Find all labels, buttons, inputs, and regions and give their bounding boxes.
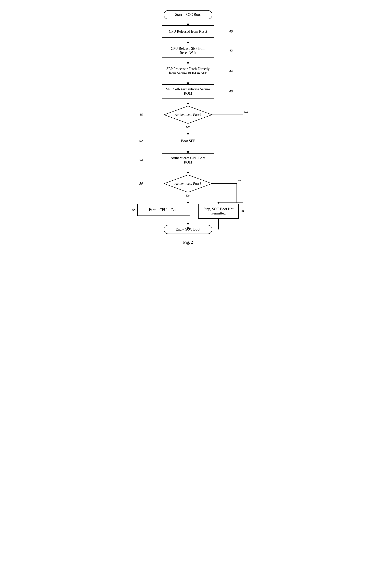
cpu-release-sep-label: CPU Release SEP from Reset, Wait	[166, 46, 210, 55]
arrow-6	[188, 130, 188, 135]
start-label: Start – SOC Boot	[175, 13, 201, 17]
arrow-4	[188, 78, 188, 84]
ref-56: 56	[139, 182, 143, 186]
start-soc-boot-node: Start – SOC Boot	[164, 10, 212, 19]
cpu-released-label: CPU Released from Reset	[169, 30, 207, 34]
auth-cpu-boot-rom-node: Authenticate CPU Boot ROM	[162, 153, 214, 167]
arrow-1	[188, 19, 188, 25]
arrow-5	[188, 98, 188, 105]
yes-branch-1: Yes	[186, 125, 190, 135]
yes-label-1: Yes	[186, 125, 190, 129]
boot-sep-node: Boot SEP	[162, 135, 214, 147]
arrow-2	[188, 38, 188, 44]
ref-44: 44	[229, 69, 233, 73]
flow-column: Start – SOC Boot CPU Released from Reset…	[133, 10, 243, 234]
diagram-container: Start – SOC Boot CPU Released from Reset…	[129, 4, 247, 257]
ref-52: 52	[139, 139, 143, 143]
ref-58: 58	[132, 208, 136, 212]
auth-pass-1-label: Authenticate Pass?	[175, 113, 201, 117]
ref-48: 48	[139, 113, 143, 117]
end-label: End – SOC Boot	[176, 227, 200, 231]
ref-54: 54	[139, 158, 143, 162]
permit-cpu-node: Permit CPU to Boot	[137, 204, 190, 216]
cpu-release-sep-node: CPU Release SEP from Reset, Wait	[162, 44, 214, 58]
ref-42: 42	[229, 49, 233, 53]
auth-pass-1-diamond: Authenticate Pass?	[162, 105, 214, 125]
arrow-9	[188, 199, 188, 204]
auth-pass-2-diamond: Authenticate Pass?	[162, 173, 214, 194]
arrow-3	[188, 58, 188, 64]
yes-label-2: Yes	[186, 194, 190, 198]
sep-fetch-node: SEP Processor Fetch Directly from Secure…	[162, 64, 214, 78]
sep-self-auth-node: SEP Self-Authenticate Secure ROM	[162, 84, 214, 98]
end-soc-boot-node: End – SOC Boot	[164, 225, 212, 234]
auth-cpu-boot-rom-label: Authenticate CPU Boot ROM	[166, 156, 210, 165]
figure-caption: Fig. 2	[133, 240, 243, 245]
yes-branch-2: Yes	[186, 194, 190, 204]
stop-soc-label: Stop, SOC Boot Not Permitted	[203, 207, 233, 215]
stop-soc-node: Stop, SOC Boot Not Permitted	[198, 204, 239, 219]
sep-self-auth-label: SEP Self-Authenticate Secure ROM	[166, 87, 210, 96]
ref-46: 46	[229, 89, 233, 94]
boot-sep-label: Boot SEP	[181, 139, 195, 143]
auth-pass-2-label: Authenticate Pass?	[175, 182, 201, 186]
ref-40: 40	[229, 30, 233, 33]
permit-cpu-label: Permit CPU to Boot	[149, 208, 178, 212]
arrow-7	[188, 147, 188, 153]
fig-label: Fig. 2	[183, 240, 193, 244]
arrow-10	[188, 219, 188, 225]
arrow-8	[188, 167, 188, 173]
ref-50: 50	[240, 209, 244, 213]
sep-fetch-label: SEP Processor Fetch Directly from Secure…	[166, 67, 210, 75]
cpu-released-node: CPU Released from Reset	[162, 25, 214, 38]
